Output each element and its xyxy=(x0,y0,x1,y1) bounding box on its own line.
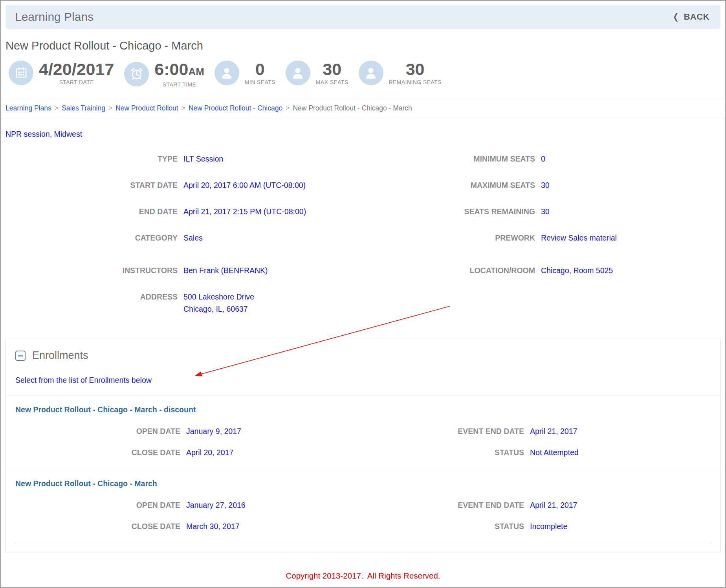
enrollments-title: Enrollments xyxy=(32,349,88,362)
stat-min-seats: 0 MIN SEATS xyxy=(214,60,275,85)
breadcrumb: Learning Plans > Sales Training > New Pr… xyxy=(1,98,725,119)
breadcrumb-link-learning-plans[interactable]: Learning Plans xyxy=(6,104,51,112)
person-icon xyxy=(359,61,383,85)
enrollment-item: New Product Rollout - Chicago - March - … xyxy=(6,395,720,469)
calendar-icon xyxy=(9,61,33,85)
breadcrumb-current: New Product Rollout - Chicago - March xyxy=(293,104,412,112)
enrollment-item: New Product Rollout - Chicago - March OP… xyxy=(6,469,720,543)
detail-seats-remaining: SEATS REMAINING 30 xyxy=(370,206,725,218)
breadcrumb-link-new-product-rollout-chicago[interactable]: New Product Rollout - Chicago xyxy=(189,104,282,112)
start-time-suffix: AM xyxy=(188,66,204,77)
detail-minimum-seats: MINIMUM SEATS 0 xyxy=(370,153,725,165)
event-end-date-value: April 21, 2017 xyxy=(530,501,720,510)
open-date-value: January 9, 2017 xyxy=(186,427,361,436)
start-time-value: 6:00AM xyxy=(154,60,204,81)
detail-prework: PREWORK Review Sales material xyxy=(370,232,725,244)
stat-start-date: 4/20/2017 START DATE xyxy=(9,60,114,85)
detail-category: CATEGORY Sales xyxy=(1,232,370,244)
breadcrumb-separator: > xyxy=(178,104,189,112)
collapse-section-icon[interactable] xyxy=(15,351,26,361)
back-button[interactable]: ❮ BACK xyxy=(672,12,710,22)
close-date-value: March 30, 2017 xyxy=(186,522,361,531)
detail-end-date: END DATE April 21, 2017 2:15 PM (UTC-08:… xyxy=(1,206,370,218)
event-end-date-value: April 21, 2017 xyxy=(530,427,720,436)
enrollment-title-link[interactable]: New Product Rollout - Chicago - March xyxy=(15,479,157,488)
enrollments-panel: Enrollments Select from the list of Enro… xyxy=(6,339,720,553)
open-date-label: OPEN DATE xyxy=(15,501,180,510)
remaining-seats-value: 30 xyxy=(406,60,425,78)
status-label: STATUS xyxy=(367,448,524,457)
stat-remaining-seats: 30 REMAINING SEATS xyxy=(359,60,442,85)
person-icon xyxy=(214,61,239,85)
status-value: Incomplete xyxy=(530,522,720,531)
divider xyxy=(1,119,725,119)
alarm-clock-icon xyxy=(124,62,149,86)
detail-type: TYPE ILT Session xyxy=(1,153,370,165)
detail-address: ADDRESS 500 Lakeshore Drive Chicago, IL,… xyxy=(1,291,370,315)
status-label: STATUS xyxy=(367,522,524,531)
breadcrumb-separator: > xyxy=(51,104,62,112)
detail-maximum-seats: MAXIMUM SEATS 30 xyxy=(370,179,725,191)
event-end-date-label: EVENT END DATE xyxy=(367,427,524,436)
stat-max-seats: 30 MAX SEATS xyxy=(286,60,348,85)
person-icon xyxy=(286,61,310,85)
stats-row: 4/20/2017 START DATE 6:00AM START TIME xyxy=(9,60,725,88)
minus-icon xyxy=(18,355,23,356)
breadcrumb-link-new-product-rollout[interactable]: New Product Rollout xyxy=(116,104,178,112)
header-bar: Learning Plans ❮ BACK xyxy=(6,5,720,29)
start-time-label: START TIME xyxy=(163,81,196,88)
back-chevron-icon: ❮ xyxy=(673,12,679,22)
copyright-text: Copyright 2013-2017. All Rights Reserved… xyxy=(1,571,725,581)
open-date-label: OPEN DATE xyxy=(15,427,180,436)
detail-location-room: LOCATION/ROOM Chicago, Room 5025 xyxy=(370,265,725,277)
enrollments-header: Enrollments xyxy=(6,339,720,362)
max-seats-value: 30 xyxy=(323,60,341,78)
start-date-label: START DATE xyxy=(59,79,94,85)
max-seats-label: MAX SEATS xyxy=(316,79,348,85)
page-title: New Product Rollout - Chicago - March xyxy=(6,39,725,52)
breadcrumb-link-sales-training[interactable]: Sales Training xyxy=(62,104,105,112)
breadcrumb-separator: > xyxy=(105,104,116,112)
learning-plans-page: Learning Plans ❮ BACK New Product Rollou… xyxy=(0,0,726,588)
min-seats-value: 0 xyxy=(255,60,265,78)
event-end-date-label: EVENT END DATE xyxy=(367,501,524,510)
breadcrumb-separator: > xyxy=(282,104,293,112)
remaining-seats-label: REMAINING SEATS xyxy=(389,79,442,85)
session-description: NPR session, Midwest xyxy=(6,130,725,139)
close-date-label: CLOSE DATE xyxy=(15,522,180,531)
start-date-value: 4/20/2017 xyxy=(39,60,114,78)
detail-instructors: INSTRUCTORS Ben Frank (BENFRANK) xyxy=(1,265,370,277)
session-details: TYPE ILT Session START DATE April 20, 20… xyxy=(1,153,725,329)
enrollments-instruction: Select from the list of Enrollments belo… xyxy=(15,376,720,385)
close-date-value: April 20, 2017 xyxy=(186,448,361,457)
open-date-value: January 27, 2016 xyxy=(186,501,361,510)
close-date-label: CLOSE DATE xyxy=(15,448,180,457)
back-button-label: BACK xyxy=(684,12,710,22)
min-seats-label: MIN SEATS xyxy=(245,79,275,85)
detail-start-date: START DATE April 20, 2017 6:00 AM (UTC-0… xyxy=(1,179,370,191)
app-title: Learning Plans xyxy=(15,10,94,24)
status-value: Not Attempted xyxy=(530,448,720,457)
enrollment-title-link[interactable]: New Product Rollout - Chicago - March - … xyxy=(15,405,196,414)
stat-start-time: 6:00AM START TIME xyxy=(124,60,204,88)
